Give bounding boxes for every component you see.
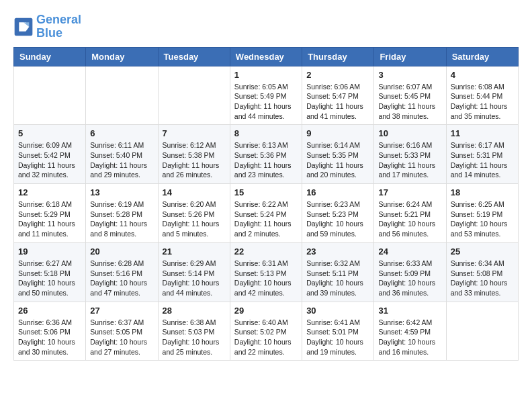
day-number: 5 (18, 128, 81, 138)
week-row-4: 19Sunrise: 6:27 AM Sunset: 5:18 PM Dayli… (14, 242, 519, 302)
day-number: 22 (234, 246, 298, 257)
day-info: Sunrise: 6:25 AM Sunset: 5:19 PM Dayligh… (451, 199, 514, 239)
calendar-cell: 18Sunrise: 6:25 AM Sunset: 5:19 PM Dayli… (446, 184, 518, 243)
calendar-cell: 9Sunrise: 6:14 AM Sunset: 5:35 PM Daylig… (302, 125, 374, 184)
day-info: Sunrise: 6:16 AM Sunset: 5:33 PM Dayligh… (378, 140, 441, 180)
day-info: Sunrise: 6:18 AM Sunset: 5:29 PM Dayligh… (18, 199, 81, 239)
day-info: Sunrise: 6:05 AM Sunset: 5:49 PM Dayligh… (234, 82, 298, 122)
day-number: 31 (378, 306, 441, 316)
day-info: Sunrise: 6:08 AM Sunset: 5:44 PM Dayligh… (451, 82, 514, 122)
week-row-2: 5Sunrise: 6:09 AM Sunset: 5:42 PM Daylig… (14, 125, 519, 184)
day-info: Sunrise: 6:40 AM Sunset: 5:02 PM Dayligh… (234, 318, 298, 357)
day-info: Sunrise: 6:36 AM Sunset: 5:06 PM Dayligh… (18, 318, 81, 357)
day-info: Sunrise: 6:17 AM Sunset: 5:31 PM Dayligh… (451, 140, 514, 180)
day-info: Sunrise: 6:09 AM Sunset: 5:42 PM Dayligh… (18, 140, 81, 180)
calendar-cell: 2Sunrise: 6:06 AM Sunset: 5:47 PM Daylig… (302, 66, 374, 125)
calendar-cell: 14Sunrise: 6:20 AM Sunset: 5:26 PM Dayli… (158, 184, 230, 243)
day-number: 30 (306, 306, 369, 316)
day-number: 26 (18, 306, 81, 316)
day-info: Sunrise: 6:27 AM Sunset: 5:18 PM Dayligh… (18, 259, 81, 298)
calendar-cell: 8Sunrise: 6:13 AM Sunset: 5:36 PM Daylig… (230, 125, 302, 184)
calendar-cell: 3Sunrise: 6:07 AM Sunset: 5:45 PM Daylig… (374, 66, 446, 125)
calendar-cell: 19Sunrise: 6:27 AM Sunset: 5:18 PM Dayli… (14, 242, 86, 302)
calendar-cell: 27Sunrise: 6:37 AM Sunset: 5:05 PM Dayli… (86, 302, 158, 361)
day-number: 2 (306, 70, 369, 80)
day-number: 8 (234, 128, 298, 138)
day-info: Sunrise: 6:28 AM Sunset: 5:16 PM Dayligh… (90, 259, 153, 298)
day-number: 3 (378, 70, 441, 80)
weekday-header-thursday: Thursday (302, 47, 374, 66)
calendar-cell: 24Sunrise: 6:33 AM Sunset: 5:09 PM Dayli… (374, 242, 446, 302)
calendar-cell: 11Sunrise: 6:17 AM Sunset: 5:31 PM Dayli… (446, 125, 518, 184)
calendar-cell (446, 302, 518, 361)
day-number: 6 (90, 128, 153, 138)
week-row-3: 12Sunrise: 6:18 AM Sunset: 5:29 PM Dayli… (14, 184, 519, 243)
calendar: SundayMondayTuesdayWednesdayThursdayFrid… (13, 47, 519, 361)
day-number: 15 (234, 187, 298, 197)
calendar-cell: 22Sunrise: 6:31 AM Sunset: 5:13 PM Dayli… (230, 242, 302, 302)
calendar-cell: 7Sunrise: 6:12 AM Sunset: 5:38 PM Daylig… (158, 125, 230, 184)
calendar-cell: 6Sunrise: 6:11 AM Sunset: 5:40 PM Daylig… (86, 125, 158, 184)
day-number: 25 (451, 246, 514, 257)
calendar-cell: 10Sunrise: 6:16 AM Sunset: 5:33 PM Dayli… (374, 125, 446, 184)
calendar-cell: 23Sunrise: 6:32 AM Sunset: 5:11 PM Dayli… (302, 242, 374, 302)
weekday-header-friday: Friday (374, 47, 446, 66)
day-info: Sunrise: 6:07 AM Sunset: 5:45 PM Dayligh… (378, 82, 441, 122)
calendar-cell: 31Sunrise: 6:42 AM Sunset: 4:59 PM Dayli… (374, 302, 446, 361)
day-number: 24 (378, 246, 441, 257)
calendar-cell: 5Sunrise: 6:09 AM Sunset: 5:42 PM Daylig… (14, 125, 86, 184)
day-number: 19 (18, 246, 81, 257)
calendar-cell: 21Sunrise: 6:29 AM Sunset: 5:14 PM Dayli… (158, 242, 230, 302)
day-info: Sunrise: 6:06 AM Sunset: 5:47 PM Dayligh… (306, 82, 369, 122)
calendar-cell: 12Sunrise: 6:18 AM Sunset: 5:29 PM Dayli… (14, 184, 86, 243)
day-number: 4 (451, 70, 514, 80)
day-info: Sunrise: 6:32 AM Sunset: 5:11 PM Dayligh… (306, 259, 369, 298)
day-info: Sunrise: 6:42 AM Sunset: 4:59 PM Dayligh… (378, 318, 441, 357)
day-number: 1 (234, 70, 298, 80)
calendar-cell: 16Sunrise: 6:23 AM Sunset: 5:23 PM Dayli… (302, 184, 374, 243)
day-number: 16 (306, 187, 369, 197)
weekday-header-wednesday: Wednesday (230, 47, 302, 66)
day-info: Sunrise: 6:34 AM Sunset: 5:08 PM Dayligh… (451, 259, 514, 298)
logo-icon (13, 17, 34, 37)
day-number: 28 (163, 306, 226, 316)
calendar-cell: 13Sunrise: 6:19 AM Sunset: 5:28 PM Dayli… (86, 184, 158, 243)
calendar-cell: 26Sunrise: 6:36 AM Sunset: 5:06 PM Dayli… (14, 302, 86, 361)
page-header: General Blue (13, 13, 519, 40)
day-number: 12 (18, 187, 81, 197)
day-info: Sunrise: 6:23 AM Sunset: 5:23 PM Dayligh… (306, 199, 369, 239)
day-number: 27 (90, 306, 153, 316)
logo-text: General Blue (36, 13, 81, 40)
calendar-cell: 20Sunrise: 6:28 AM Sunset: 5:16 PM Dayli… (86, 242, 158, 302)
day-info: Sunrise: 6:20 AM Sunset: 5:26 PM Dayligh… (163, 199, 226, 239)
day-number: 10 (378, 128, 441, 138)
weekday-header-row: SundayMondayTuesdayWednesdayThursdayFrid… (14, 47, 519, 66)
day-number: 17 (378, 187, 441, 197)
calendar-cell (158, 66, 230, 125)
day-info: Sunrise: 6:38 AM Sunset: 5:03 PM Dayligh… (163, 318, 226, 357)
day-info: Sunrise: 6:19 AM Sunset: 5:28 PM Dayligh… (90, 199, 153, 239)
week-row-5: 26Sunrise: 6:36 AM Sunset: 5:06 PM Dayli… (14, 302, 519, 361)
calendar-cell: 29Sunrise: 6:40 AM Sunset: 5:02 PM Dayli… (230, 302, 302, 361)
day-info: Sunrise: 6:29 AM Sunset: 5:14 PM Dayligh… (163, 259, 226, 298)
weekday-header-monday: Monday (86, 47, 158, 66)
calendar-cell: 25Sunrise: 6:34 AM Sunset: 5:08 PM Dayli… (446, 242, 518, 302)
calendar-cell: 17Sunrise: 6:24 AM Sunset: 5:21 PM Dayli… (374, 184, 446, 243)
week-row-1: 1Sunrise: 6:05 AM Sunset: 5:49 PM Daylig… (14, 66, 519, 125)
calendar-cell (86, 66, 158, 125)
weekday-header-tuesday: Tuesday (158, 47, 230, 66)
logo: General Blue (13, 13, 81, 40)
day-info: Sunrise: 6:24 AM Sunset: 5:21 PM Dayligh… (378, 199, 441, 239)
day-number: 7 (163, 128, 226, 138)
calendar-cell: 15Sunrise: 6:22 AM Sunset: 5:24 PM Dayli… (230, 184, 302, 243)
day-number: 11 (451, 128, 514, 138)
day-info: Sunrise: 6:12 AM Sunset: 5:38 PM Dayligh… (163, 140, 226, 180)
day-number: 21 (163, 246, 226, 257)
day-info: Sunrise: 6:14 AM Sunset: 5:35 PM Dayligh… (306, 140, 369, 180)
weekday-header-saturday: Saturday (446, 47, 518, 66)
day-number: 18 (451, 187, 514, 197)
day-info: Sunrise: 6:22 AM Sunset: 5:24 PM Dayligh… (234, 199, 298, 239)
day-info: Sunrise: 6:13 AM Sunset: 5:36 PM Dayligh… (234, 140, 298, 180)
day-number: 13 (90, 187, 153, 197)
day-info: Sunrise: 6:37 AM Sunset: 5:05 PM Dayligh… (90, 318, 153, 357)
